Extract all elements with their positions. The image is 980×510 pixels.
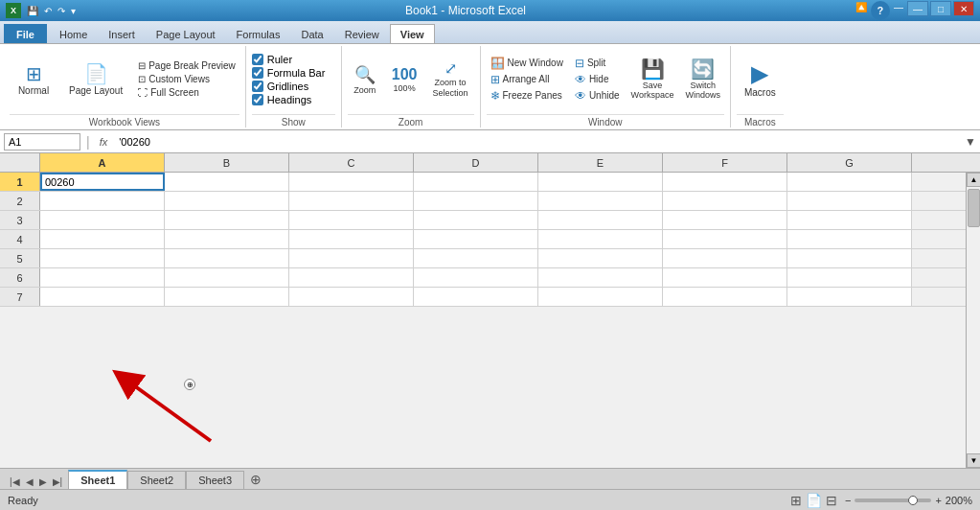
split-button[interactable]: ⊟ Split bbox=[571, 56, 624, 71]
cell-a2[interactable] bbox=[40, 192, 165, 210]
cell-g4[interactable] bbox=[787, 230, 912, 248]
gridlines-checkbox[interactable] bbox=[252, 81, 263, 92]
cell-d5[interactable] bbox=[414, 249, 538, 267]
cell-c1[interactable] bbox=[289, 173, 414, 191]
row-num-1[interactable]: 1 bbox=[0, 173, 40, 191]
gridlines-toggle[interactable]: Gridlines bbox=[252, 81, 308, 92]
page-layout-icon-btn[interactable]: 📄 bbox=[806, 493, 822, 508]
zoom-to-selection-button[interactable]: ⤢ Zoom toSelection bbox=[426, 58, 473, 101]
zoom-minus-btn[interactable]: − bbox=[845, 495, 851, 506]
col-header-c[interactable]: C bbox=[289, 153, 414, 172]
tab-page-layout[interactable]: Page Layout bbox=[146, 24, 226, 43]
custom-views-button[interactable]: ⊡ Custom Views bbox=[134, 73, 239, 85]
cell-e2[interactable] bbox=[538, 192, 663, 210]
vertical-scrollbar[interactable]: ▲ ▼ bbox=[966, 173, 980, 468]
headings-checkbox[interactable] bbox=[252, 94, 263, 105]
scroll-down-button[interactable]: ▼ bbox=[967, 453, 980, 468]
zoom-slider[interactable] bbox=[855, 498, 931, 502]
cell-d2[interactable] bbox=[414, 192, 538, 210]
cell-a6[interactable] bbox=[40, 268, 165, 287]
zoom-plus-btn[interactable]: + bbox=[935, 495, 941, 506]
cell-c7[interactable] bbox=[289, 288, 414, 306]
tab-insert[interactable]: Insert bbox=[98, 24, 146, 43]
tab-review[interactable]: Review bbox=[334, 24, 390, 43]
customize-quick-btn[interactable]: ▾ bbox=[69, 5, 78, 17]
cell-a3[interactable] bbox=[40, 211, 165, 229]
formula-input[interactable] bbox=[115, 133, 961, 151]
sheet-first-btn[interactable]: |◀ bbox=[8, 475, 22, 489]
redo-quick-btn[interactable]: ↷ bbox=[56, 5, 67, 17]
cell-d6[interactable] bbox=[414, 268, 538, 287]
cell-g5[interactable] bbox=[787, 249, 912, 267]
cell-d3[interactable] bbox=[414, 211, 538, 229]
cell-a7[interactable] bbox=[40, 288, 165, 306]
headings-toggle[interactable]: Headings bbox=[252, 94, 311, 105]
cell-f4[interactable] bbox=[663, 230, 787, 248]
cell-c4[interactable] bbox=[289, 230, 414, 248]
expand-formula-button[interactable]: ▼ bbox=[965, 135, 976, 149]
cell-d7[interactable] bbox=[414, 288, 538, 306]
cell-f6[interactable] bbox=[663, 268, 787, 287]
cell-e6[interactable] bbox=[538, 268, 663, 287]
minimize-ribbon-btn[interactable]: — bbox=[892, 1, 905, 20]
ruler-checkbox[interactable] bbox=[252, 54, 263, 65]
save-quick-btn[interactable]: 💾 bbox=[25, 5, 40, 17]
macros-button[interactable]: ▶ Macros bbox=[737, 57, 784, 102]
maximize-button[interactable]: □ bbox=[930, 1, 951, 16]
undo-quick-btn[interactable]: ↶ bbox=[42, 5, 54, 17]
cell-d4[interactable] bbox=[414, 230, 538, 248]
cell-b1[interactable] bbox=[165, 173, 289, 191]
cell-b2[interactable] bbox=[165, 192, 289, 210]
cell-b4[interactable] bbox=[165, 230, 289, 248]
cell-c3[interactable] bbox=[289, 211, 414, 229]
arrange-all-button[interactable]: ⊞ Arrange All bbox=[487, 72, 567, 87]
sheet-tab-3[interactable]: Sheet3 bbox=[186, 471, 244, 489]
sheet-tab-1[interactable]: Sheet1 bbox=[68, 470, 127, 489]
row-num-3[interactable]: 3 bbox=[0, 211, 40, 229]
freeze-panes-button[interactable]: ❄ Freeze Panes bbox=[487, 88, 567, 104]
cell-g6[interactable] bbox=[787, 268, 912, 287]
cell-f3[interactable] bbox=[663, 211, 787, 229]
help-button[interactable]: ? bbox=[871, 1, 890, 20]
page-layout-view-button[interactable]: 📄 Page Layout bbox=[61, 58, 130, 100]
switch-windows-button[interactable]: 🔄 SwitchWindows bbox=[681, 56, 724, 104]
full-screen-button[interactable]: ⛶ Full Screen bbox=[134, 86, 239, 99]
col-header-g[interactable]: G bbox=[787, 153, 912, 172]
normal-view-icon[interactable]: ⊞ bbox=[790, 493, 802, 508]
cell-b6[interactable] bbox=[165, 268, 289, 287]
page-break-preview-button[interactable]: ⊟ Page Break Preview bbox=[134, 59, 239, 72]
zoom-button[interactable]: 🔍 Zoom bbox=[348, 62, 382, 97]
row-num-7[interactable]: 7 bbox=[0, 288, 40, 306]
minimize-button[interactable]: — bbox=[907, 1, 928, 16]
sheet-next-btn[interactable]: ▶ bbox=[37, 475, 49, 489]
sheet-prev-btn[interactable]: ◀ bbox=[24, 475, 35, 489]
cell-a4[interactable] bbox=[40, 230, 165, 248]
row-num-4[interactable]: 4 bbox=[0, 230, 40, 248]
cell-g3[interactable] bbox=[787, 211, 912, 229]
cell-a5[interactable] bbox=[40, 249, 165, 267]
col-header-e[interactable]: E bbox=[538, 153, 663, 172]
ruler-toggle[interactable]: Ruler bbox=[252, 54, 292, 65]
cell-f2[interactable] bbox=[663, 192, 787, 210]
cell-f5[interactable] bbox=[663, 249, 787, 267]
cell-e4[interactable] bbox=[538, 230, 663, 248]
formula-bar-checkbox[interactable] bbox=[252, 67, 263, 79]
cell-c2[interactable] bbox=[289, 192, 414, 210]
sheet-tab-2[interactable]: Sheet2 bbox=[127, 471, 186, 489]
page-break-icon-btn[interactable]: ⊟ bbox=[826, 493, 837, 508]
tab-view[interactable]: View bbox=[390, 24, 435, 43]
cell-b3[interactable] bbox=[165, 211, 289, 229]
col-header-b[interactable]: B bbox=[165, 153, 289, 172]
tab-data[interactable]: Data bbox=[290, 24, 333, 43]
col-header-d[interactable]: D bbox=[414, 153, 538, 172]
col-header-f[interactable]: F bbox=[663, 153, 787, 172]
add-sheet-button[interactable]: ⊕ bbox=[244, 472, 267, 487]
row-num-6[interactable]: 6 bbox=[0, 268, 40, 287]
cell-g1[interactable] bbox=[787, 173, 912, 191]
cell-c5[interactable] bbox=[289, 249, 414, 267]
sheet-last-btn[interactable]: ▶| bbox=[51, 475, 65, 489]
scroll-thumb[interactable] bbox=[968, 189, 980, 227]
cell-g2[interactable] bbox=[787, 192, 912, 210]
cell-e7[interactable] bbox=[538, 288, 663, 306]
cell-f1[interactable] bbox=[663, 173, 787, 191]
